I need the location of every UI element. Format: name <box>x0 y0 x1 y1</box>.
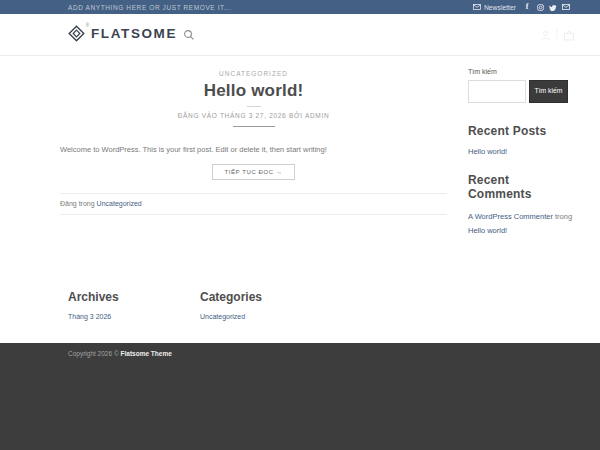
site-logo[interactable]: ® FLATSOME <box>68 25 177 42</box>
copyright-text: Copyright 2026 © Flatsome Theme <box>0 343 600 357</box>
comment-in-label: trong <box>553 212 572 221</box>
recent-post-link[interactable]: Hello world! <box>468 147 507 156</box>
post-excerpt: Welcome to WordPress. This is your first… <box>60 144 447 155</box>
header-divider <box>556 29 558 41</box>
registered-mark: ® <box>86 23 89 28</box>
post-category-label[interactable]: UNCATEGORIZED <box>60 70 447 77</box>
account-icon[interactable] <box>540 30 551 41</box>
title-divider <box>247 106 261 107</box>
header-secondary-icons <box>540 29 575 41</box>
logo-text: FLATSOME <box>91 26 177 41</box>
recent-comments-widget: Recent Comments A WordPress Commenter tr… <box>468 173 574 239</box>
newsletter-link[interactable]: Newsletter <box>473 4 516 11</box>
newsletter-label: Newsletter <box>484 4 516 11</box>
site-header: ® FLATSOME <box>0 14 600 56</box>
flatsome-blog-page: ADD ANYTHING HERE OR JUST REMOVE IT... N… <box>0 0 600 450</box>
facebook-icon[interactable]: f <box>523 3 531 11</box>
instagram-icon[interactable] <box>536 3 544 11</box>
archives-title: Archives <box>68 290 119 304</box>
post-article: UNCATEGORIZED Hello world! ĐĂNG VÀO THÁN… <box>60 56 447 215</box>
sidebar-search-input[interactable] <box>468 80 526 103</box>
read-more-button[interactable]: TIẾP TỤC ĐỌC → <box>212 164 294 180</box>
post-title[interactable]: Hello world! <box>60 81 447 101</box>
meta-divider <box>233 126 275 127</box>
topbar-message: ADD ANYTHING HERE OR JUST REMOVE IT... <box>68 4 231 11</box>
categories-widget: Categories Uncategorized <box>200 290 262 323</box>
sidebar-search-button[interactable]: Tìm kiếm <box>529 80 568 103</box>
topbar-right: Newsletter f <box>473 3 570 11</box>
absolute-footer: Copyright 2026 © Flatsome Theme <box>0 343 600 450</box>
footer-widgets: Archives Tháng 3 2026 Categories Uncateg… <box>0 280 600 343</box>
social-icons: f <box>523 3 570 11</box>
comment-post-link[interactable]: Hello world! <box>468 226 507 235</box>
cart-icon[interactable] <box>563 30 575 41</box>
post-footer-meta: Đăng trong Uncategorized <box>60 193 447 215</box>
category-link[interactable]: Uncategorized <box>200 313 245 320</box>
search-icon[interactable] <box>183 29 195 41</box>
posted-in-category-link[interactable]: Uncategorized <box>97 200 142 207</box>
top-bar: ADD ANYTHING HERE OR JUST REMOVE IT... N… <box>0 0 600 14</box>
posted-in-label: Đăng trong <box>60 200 97 207</box>
comment-author-link[interactable]: A WordPress Commenter <box>468 212 553 221</box>
archive-month-link[interactable]: Tháng 3 2026 <box>68 313 111 320</box>
archives-widget: Archives Tháng 3 2026 <box>68 290 119 323</box>
sidebar-search-label: Tìm kiếm <box>468 68 574 75</box>
newsletter-envelope-icon <box>473 4 481 10</box>
flatsome-logo-icon: ® <box>68 25 85 42</box>
recent-posts-widget: Recent Posts Hello world! <box>468 124 574 158</box>
recent-comment-item: A WordPress Commenter trong Hello world! <box>468 210 574 239</box>
recent-comments-title: Recent Comments <box>468 173 574 201</box>
post-meta: ĐĂNG VÀO THÁNG 3 27, 2026 BỞI ADMIN <box>60 112 447 119</box>
twitter-icon[interactable] <box>549 3 557 11</box>
copyright-prefix: Copyright 2026 © <box>68 350 121 357</box>
theme-link[interactable]: Flatsome Theme <box>121 350 172 357</box>
sidebar-search-form: Tìm kiếm <box>468 80 574 103</box>
categories-title: Categories <box>200 290 262 304</box>
email-icon[interactable] <box>562 3 570 11</box>
sidebar: Tìm kiếm Tìm kiếm Recent Posts Hello wor… <box>468 56 574 239</box>
recent-posts-title: Recent Posts <box>468 124 574 138</box>
